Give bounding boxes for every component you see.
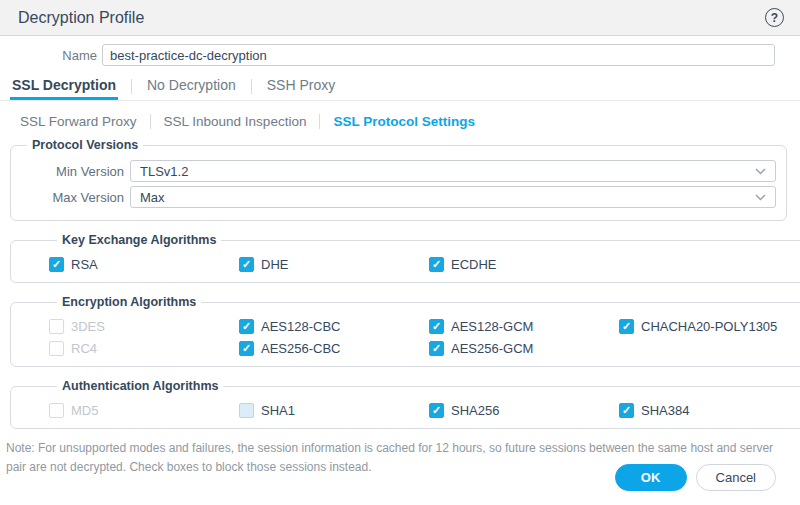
subtab-ssl-forward-proxy[interactable]: SSL Forward Proxy xyxy=(20,114,137,129)
name-label: Name xyxy=(0,48,97,63)
checkbox-icon xyxy=(239,257,254,272)
checkbox-aes128-gcm[interactable]: AES128-GCM xyxy=(429,319,619,334)
page-title: Decryption Profile xyxy=(18,9,144,27)
encryption-section: Encryption Algorithms 3DES AES128-CBC AE… xyxy=(10,295,800,367)
subtab-separator xyxy=(150,114,151,129)
subtab-ssl-protocol-settings[interactable]: SSL Protocol Settings xyxy=(333,114,475,129)
max-version-row: Max Version Max xyxy=(19,186,776,208)
checkbox-icon xyxy=(429,403,444,418)
ssl-decryption-subtabs: SSL Forward Proxy SSL Inbound Inspection… xyxy=(20,114,800,129)
main-tabs: SSL Decryption No Decryption SSH Proxy xyxy=(0,73,800,101)
checkbox-chacha20-poly1305[interactable]: CHACHA20-POLY1305 xyxy=(619,319,800,334)
checkbox-aes128-cbc[interactable]: AES128-CBC xyxy=(239,319,429,334)
tab-ssh-proxy[interactable]: SSH Proxy xyxy=(265,73,337,100)
checkbox-rc4[interactable]: RC4 xyxy=(49,341,239,356)
dialog-footer: OK Cancel xyxy=(615,464,776,491)
name-input[interactable] xyxy=(102,44,775,66)
dialog-titlebar: Decryption Profile ? xyxy=(0,0,800,36)
tab-separator xyxy=(131,79,132,94)
min-version-label: Min Version xyxy=(19,164,124,179)
checkbox-icon xyxy=(429,257,444,272)
tab-no-decryption[interactable]: No Decryption xyxy=(145,73,238,100)
checkbox-icon xyxy=(49,257,64,272)
checkbox-3des[interactable]: 3DES xyxy=(49,319,239,334)
key-exchange-grid: RSA DHE ECDHE xyxy=(49,253,800,272)
min-version-row: Min Version TLSv1.2 xyxy=(19,160,776,182)
checkbox-icon xyxy=(429,341,444,356)
authentication-grid: MD5 SHA1 SHA256 SHA384 xyxy=(49,399,800,418)
encryption-grid: 3DES AES128-CBC AES128-GCM CHACHA20-POLY… xyxy=(49,315,800,356)
protocol-versions-section: Protocol Versions Min Version TLSv1.2 Ma… xyxy=(10,138,787,221)
checkbox-sha256[interactable]: SHA256 xyxy=(429,403,619,418)
min-version-select[interactable]: TLSv1.2 xyxy=(130,160,776,182)
checkbox-icon xyxy=(239,341,254,356)
max-version-label: Max Version xyxy=(19,190,124,205)
checkbox-icon xyxy=(619,403,634,418)
protocol-versions-legend: Protocol Versions xyxy=(27,138,143,152)
subtab-separator xyxy=(319,114,320,129)
max-version-select[interactable]: Max xyxy=(130,186,776,208)
checkbox-rsa[interactable]: RSA xyxy=(49,257,239,272)
checkbox-aes256-cbc[interactable]: AES256-CBC xyxy=(239,341,429,356)
chevron-down-icon xyxy=(755,168,766,175)
tab-separator xyxy=(251,79,252,94)
checkbox-aes256-gcm[interactable]: AES256-GCM xyxy=(429,341,619,356)
checkbox-icon xyxy=(239,319,254,334)
authentication-legend: Authentication Algorithms xyxy=(57,379,223,393)
name-field-row: Name xyxy=(0,44,775,66)
checkbox-md5[interactable]: MD5 xyxy=(49,403,239,418)
cancel-button[interactable]: Cancel xyxy=(696,464,776,491)
checkbox-icon xyxy=(239,403,254,418)
checkbox-dhe[interactable]: DHE xyxy=(239,257,429,272)
subtab-ssl-inbound-inspection[interactable]: SSL Inbound Inspection xyxy=(164,114,307,129)
ok-button[interactable]: OK xyxy=(615,464,687,491)
authentication-section: Authentication Algorithms MD5 SHA1 SHA25… xyxy=(10,379,800,429)
help-icon[interactable]: ? xyxy=(765,8,784,27)
checkbox-ecdhe[interactable]: ECDHE xyxy=(429,257,619,272)
checkbox-icon xyxy=(619,319,634,334)
encryption-legend: Encryption Algorithms xyxy=(57,295,201,309)
chevron-down-icon xyxy=(755,194,766,201)
tab-ssl-decryption[interactable]: SSL Decryption xyxy=(10,73,118,100)
key-exchange-section: Key Exchange Algorithms RSA DHE ECDHE xyxy=(10,233,800,283)
checkbox-sha1[interactable]: SHA1 xyxy=(239,403,429,418)
checkbox-icon xyxy=(49,319,64,334)
checkbox-icon xyxy=(49,341,64,356)
checkbox-icon xyxy=(429,319,444,334)
checkbox-icon xyxy=(49,403,64,418)
max-version-value: Max xyxy=(140,190,165,205)
checkbox-sha384[interactable]: SHA384 xyxy=(619,403,800,418)
min-version-value: TLSv1.2 xyxy=(140,164,188,179)
key-exchange-legend: Key Exchange Algorithms xyxy=(57,233,221,247)
